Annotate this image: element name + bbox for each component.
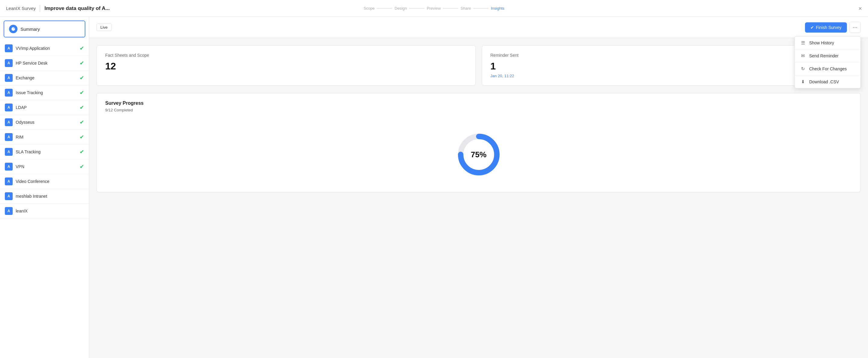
refresh-icon: ↻ <box>800 66 806 72</box>
stats-cards: Fact Sheets and Scope 12 Reminder Sent 1… <box>96 45 861 86</box>
list-item[interactable]: A HP Service Desk ✔ <box>0 56 89 71</box>
list-item[interactable]: A leanIX <box>0 204 89 219</box>
avatar: A <box>5 177 13 185</box>
avatar: A <box>5 45 13 52</box>
avatar: A <box>5 74 13 82</box>
sidebar-list: A VVImp Application ✔ A HP Service Desk … <box>0 41 89 219</box>
donut-chart-container: 75% <box>105 125 852 185</box>
avatar: A <box>5 118 13 126</box>
avatar: A <box>5 163 13 170</box>
mail-icon: ✉ <box>800 53 806 59</box>
avatar: A <box>5 104 13 111</box>
main-content: Live ✔ Finish Survey ⋯ ☰ Show History ✉ … <box>89 17 868 358</box>
finish-check-icon: ✔ <box>810 25 814 30</box>
list-item[interactable]: A meshlab Intranet <box>0 189 89 204</box>
content-area: Fact Sheets and Scope 12 Reminder Sent 1… <box>89 38 868 199</box>
nav-step-insights[interactable]: Insights <box>491 6 504 10</box>
check-icon: ✔ <box>80 75 84 81</box>
avatar: A <box>5 89 13 97</box>
nav-line-3 <box>443 8 458 8</box>
close-button[interactable]: × <box>858 5 862 11</box>
sidebar: Summary A VVImp Application ✔ A HP Servi… <box>0 17 89 358</box>
action-bar: ✔ Finish Survey ⋯ <box>805 22 861 33</box>
item-name: meshlab Intranet <box>16 194 84 199</box>
avatar: A <box>5 148 13 156</box>
item-name: RIM <box>16 135 80 139</box>
nav-line-2 <box>409 8 424 8</box>
item-name: LDAP <box>16 105 80 110</box>
finish-survey-button[interactable]: ✔ Finish Survey <box>805 22 847 33</box>
list-item[interactable]: A LDAP ✔ <box>0 100 89 115</box>
list-icon: ☰ <box>800 40 806 46</box>
list-item[interactable]: A Exchange ✔ <box>0 71 89 85</box>
progress-card: Survey Progress 9/12 Completed 75% <box>96 93 861 192</box>
show-history-item[interactable]: ☰ Show History <box>795 36 861 50</box>
main-layout: Summary A VVImp Application ✔ A HP Servi… <box>0 17 868 358</box>
donut-chart: 75% <box>455 130 503 179</box>
finish-survey-label: Finish Survey <box>816 25 841 30</box>
list-item[interactable]: A VPN ✔ <box>0 159 89 174</box>
check-icon: ✔ <box>80 119 84 126</box>
step-nav: Scope Design Preview Share Insights <box>364 6 504 10</box>
app-header: LeanIX Survey Improve data quality of A.… <box>0 0 868 17</box>
item-name: leanIX <box>16 209 84 213</box>
item-name: Video Conference <box>16 179 84 184</box>
summary-icon <box>9 25 18 33</box>
item-name: Issue Tracking <box>16 90 80 95</box>
item-name: HP Service Desk <box>16 61 80 65</box>
item-name: VPN <box>16 164 80 169</box>
dropdown-menu: ☰ Show History ✉ Send Reminder ↻ Check F… <box>795 36 861 88</box>
fact-sheets-value: 12 <box>105 61 467 72</box>
summary-item[interactable]: Summary <box>4 21 85 37</box>
download-csv-item[interactable]: ⬇ Download .CSV <box>795 76 861 88</box>
nav-line-1 <box>377 8 392 8</box>
check-icon: ✔ <box>80 134 84 140</box>
download-csv-label: Download .CSV <box>809 79 839 84</box>
page-title: Improve data quality of A... <box>44 5 110 11</box>
more-options-button[interactable]: ⋯ <box>849 22 861 33</box>
main-toolbar: Live ✔ Finish Survey ⋯ <box>89 17 868 38</box>
item-name: SLA Tracking <box>16 149 80 154</box>
list-item[interactable]: A Video Conference <box>0 174 89 189</box>
send-reminder-item[interactable]: ✉ Send Reminder <box>795 50 861 62</box>
list-item[interactable]: A VVImp Application ✔ <box>0 41 89 56</box>
item-name: Odysseus <box>16 120 80 125</box>
check-icon: ✔ <box>80 104 84 111</box>
send-reminder-label: Send Reminder <box>809 53 838 58</box>
live-badge: Live <box>96 24 112 31</box>
download-icon: ⬇ <box>800 79 806 84</box>
progress-title: Survey Progress <box>105 101 852 106</box>
nav-line-4 <box>473 8 489 8</box>
nav-step-share[interactable]: Share <box>461 6 471 10</box>
brand-name: LeanIX Survey <box>6 6 36 11</box>
avatar: A <box>5 207 13 215</box>
check-changes-label: Check For Changes <box>809 66 847 71</box>
check-icon: ✔ <box>80 89 84 96</box>
item-name: Exchange <box>16 76 80 80</box>
nav-step-scope[interactable]: Scope <box>364 6 375 10</box>
avatar: A <box>5 59 13 67</box>
fact-sheets-label: Fact Sheets and Scope <box>105 53 467 58</box>
check-icon: ✔ <box>80 60 84 66</box>
show-history-label: Show History <box>809 40 834 45</box>
fact-sheets-card: Fact Sheets and Scope 12 <box>96 45 476 86</box>
list-item[interactable]: A Odysseus ✔ <box>0 115 89 130</box>
progress-subtitle: 9/12 Completed <box>105 108 852 112</box>
item-name: VVImp Application <box>16 46 80 51</box>
check-icon: ✔ <box>80 45 84 52</box>
nav-step-preview[interactable]: Preview <box>427 6 440 10</box>
check-icon: ✔ <box>80 148 84 155</box>
nav-step-design[interactable]: Design <box>395 6 407 10</box>
summary-label: Summary <box>21 27 40 32</box>
check-icon: ✔ <box>80 163 84 170</box>
check-for-changes-item[interactable]: ↻ Check For Changes <box>795 62 861 76</box>
avatar: A <box>5 192 13 200</box>
list-item[interactable]: A Issue Tracking ✔ <box>0 85 89 100</box>
list-item[interactable]: A SLA Tracking ✔ <box>0 145 89 159</box>
header-divider <box>40 5 40 12</box>
donut-percent-label: 75% <box>471 150 486 159</box>
list-item[interactable]: A RIM ✔ <box>0 130 89 145</box>
avatar: A <box>5 133 13 141</box>
